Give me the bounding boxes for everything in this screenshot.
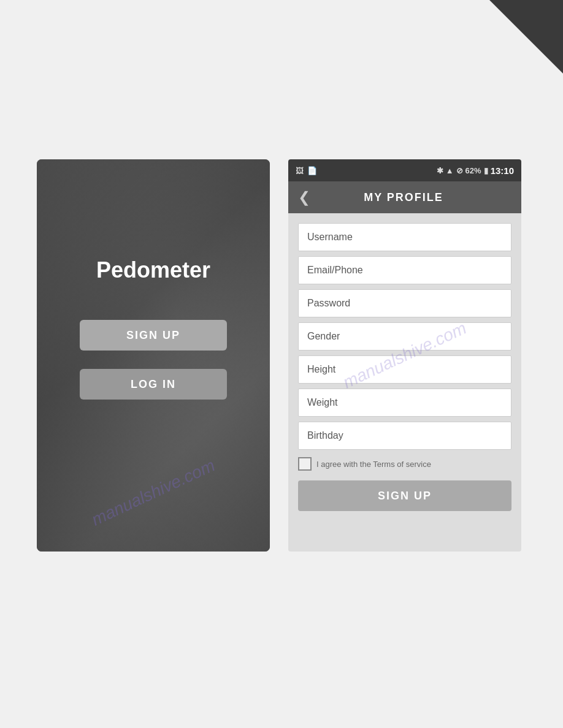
- log-in-button[interactable]: LOG IN: [80, 369, 227, 400]
- app-title: Pedometer: [96, 257, 210, 283]
- password-label: Password: [307, 298, 350, 309]
- main-content: Pedometer SIGN UP LOG IN manualshive.com…: [37, 159, 521, 552]
- doc-icon: 📄: [307, 166, 317, 175]
- image-icon: 🖼: [296, 166, 304, 175]
- height-label: Height: [307, 364, 335, 375]
- status-bar-left-icons: 🖼 📄: [296, 166, 317, 175]
- username-field[interactable]: Username: [298, 223, 511, 251]
- gender-field[interactable]: Gender: [298, 322, 511, 351]
- height-field[interactable]: Height: [298, 355, 511, 384]
- birthday-label: Birthday: [307, 430, 343, 441]
- profile-form: Username Email/Phone Password Gender Hei…: [288, 213, 521, 552]
- bluetooth-icon: ✱: [437, 166, 443, 175]
- gender-label: Gender: [307, 331, 340, 342]
- sign-up-button-right[interactable]: SIGN UP: [298, 480, 511, 511]
- battery-icon: ▮: [484, 166, 488, 175]
- circle-icon: ⊘: [456, 166, 463, 175]
- header-bar: ❮ MY PROFILE: [288, 181, 521, 213]
- left-phone-screen: Pedometer SIGN UP LOG IN manualshive.com: [37, 159, 270, 552]
- terms-checkbox[interactable]: [298, 457, 312, 471]
- status-bar-right: ✱ ▲ ⊘ 62% ▮ 13:10: [437, 165, 514, 176]
- weight-label: Weight: [307, 397, 338, 408]
- birthday-field[interactable]: Birthday: [298, 422, 511, 450]
- corner-decoration: [489, 0, 563, 74]
- back-button[interactable]: ❮: [298, 189, 310, 206]
- sign-up-button[interactable]: SIGN UP: [80, 320, 227, 351]
- email-phone-field[interactable]: Email/Phone: [298, 256, 511, 284]
- terms-label: I agree with the Terms of service: [316, 460, 431, 469]
- password-field[interactable]: Password: [298, 289, 511, 317]
- page-title: MY PROFILE: [318, 191, 489, 204]
- username-label: Username: [307, 232, 353, 243]
- wifi-icon: ▲: [446, 166, 454, 175]
- weight-field[interactable]: Weight: [298, 389, 511, 417]
- email-phone-label: Email/Phone: [307, 265, 363, 276]
- status-time: 13:10: [491, 165, 514, 176]
- right-phone-screen: 🖼 📄 ✱ ▲ ⊘ 62% ▮ 13:10 ❮ MY PROFILE Usern…: [288, 159, 521, 552]
- left-phone-content: Pedometer SIGN UP LOG IN: [37, 159, 270, 400]
- battery-percent: 62%: [465, 166, 481, 175]
- terms-row: I agree with the Terms of service: [298, 455, 511, 473]
- status-bar: 🖼 📄 ✱ ▲ ⊘ 62% ▮ 13:10: [288, 159, 521, 181]
